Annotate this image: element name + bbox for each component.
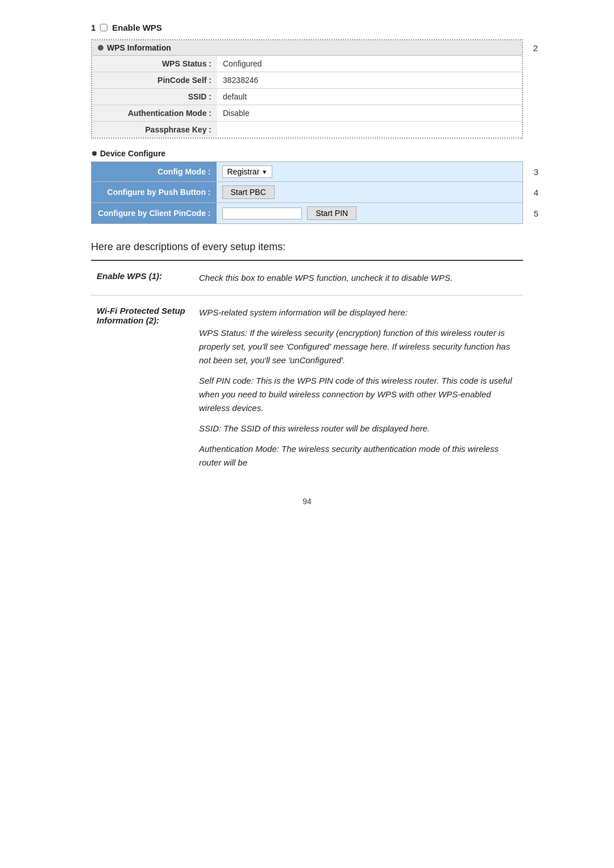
device-configure-section: Device Configure Config Mode : Registrar… — [91, 149, 523, 224]
table-row: Passphrase Key : — [92, 122, 522, 138]
enable-wps-label: Enable WPS — [112, 23, 162, 32]
wps-info-section-number: 2 — [533, 43, 538, 53]
desc-def-enable-wps: Check this box to enable WPS function, u… — [193, 261, 523, 296]
device-configure-header: Device Configure — [91, 149, 523, 158]
device-configure-title: Device Configure — [100, 149, 165, 158]
table-row: Config Mode : Registrar ▼ 3 — [92, 162, 523, 182]
config-mode-dropdown[interactable]: Registrar ▼ — [222, 165, 273, 178]
config-mode-dropdown-value: Registrar — [227, 167, 260, 176]
wps-info-title: WPS Information — [107, 43, 171, 52]
chevron-down-icon: ▼ — [262, 169, 267, 175]
table-row: Configure by Push Button : Start PBC 4 — [92, 182, 523, 203]
row-number-5: 5 — [534, 209, 538, 218]
desc-def-wps-info-intro: WPS-related system information will be d… — [199, 306, 517, 319]
table-row: WPS Status : Configured — [92, 56, 522, 72]
desc-def-self-pin: Self PIN code: This is the WPS PIN code … — [199, 374, 517, 415]
desc-row-wps-info: Wi-Fi Protected Setup Information (2): W… — [91, 296, 523, 480]
device-configure-table: Config Mode : Registrar ▼ 3 Configure by… — [91, 161, 523, 224]
desc-def-wps-status: WPS Status: If the wireless security (en… — [199, 326, 517, 367]
enable-wps-row: 1 Enable WPS — [91, 23, 523, 32]
descriptions-table: Enable WPS (1): Check this box to enable… — [91, 261, 523, 480]
wps-info-section: WPS Information WPS Status : Configured … — [91, 39, 523, 139]
device-configure-bullet — [92, 151, 97, 156]
client-pincode-label: Configure by Client PinCode : — [92, 203, 217, 224]
pincode-self-value: 38238246 — [217, 72, 522, 89]
pincode-self-label: PinCode Self : — [92, 72, 217, 89]
row-number-3: 3 — [534, 167, 538, 177]
push-button-value: Start PBC 4 — [217, 182, 523, 203]
wps-status-value: Configured — [217, 56, 522, 72]
desc-term-enable-wps: Enable WPS (1): — [91, 261, 193, 296]
pincode-input[interactable] — [222, 207, 302, 219]
wps-status-label: WPS Status : — [92, 56, 217, 72]
start-pin-button[interactable]: Start PIN — [307, 206, 356, 220]
descriptions-title: Here are descriptions of every setup ite… — [91, 241, 523, 253]
page-number: 94 — [91, 497, 523, 506]
passphrase-value — [217, 122, 522, 138]
enable-wps-number: 1 — [91, 23, 96, 32]
config-mode-label: Config Mode : — [92, 162, 217, 182]
ssid-value: default — [217, 89, 522, 105]
enable-wps-checkbox[interactable] — [100, 24, 107, 31]
desc-def-wps-info: WPS-related system information will be d… — [193, 296, 523, 480]
push-button-label: Configure by Push Button : — [92, 182, 217, 203]
passphrase-label: Passphrase Key : — [92, 122, 217, 138]
ssid-label: SSID : — [92, 89, 217, 105]
desc-def-enable-wps-text: Check this box to enable WPS function, u… — [199, 271, 517, 285]
config-mode-value: Registrar ▼ 3 — [217, 162, 523, 182]
wps-info-header: WPS Information — [92, 40, 522, 56]
wps-info-bullet — [98, 45, 103, 51]
start-pbc-button[interactable]: Start PBC — [222, 185, 275, 199]
table-row: SSID : default — [92, 89, 522, 105]
descriptions-section: Here are descriptions of every setup ite… — [91, 241, 523, 480]
table-row: Configure by Client PinCode : Start PIN … — [92, 203, 523, 224]
desc-def-ssid: SSID: The SSID of this wireless router w… — [199, 422, 517, 435]
client-pincode-value: Start PIN 5 — [217, 203, 523, 224]
desc-term-wps-info: Wi-Fi Protected Setup Information (2): — [91, 296, 193, 480]
table-row: PinCode Self : 38238246 — [92, 72, 522, 89]
row-number-4: 4 — [534, 188, 538, 197]
desc-def-auth-mode: Authentication Mode: The wireless securi… — [199, 442, 517, 470]
auth-mode-value: Disable — [217, 105, 522, 122]
auth-mode-label: Authentication Mode : — [92, 105, 217, 122]
desc-row-enable-wps: Enable WPS (1): Check this box to enable… — [91, 261, 523, 296]
wps-info-table: WPS Status : Configured PinCode Self : 3… — [92, 56, 522, 138]
table-row: Authentication Mode : Disable — [92, 105, 522, 122]
